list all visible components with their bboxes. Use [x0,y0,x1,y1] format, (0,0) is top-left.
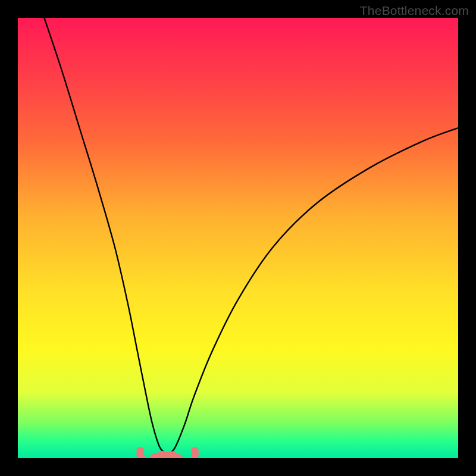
svg-point-9 [163,456,173,458]
svg-point-18 [165,452,175,458]
svg-point-6 [152,455,162,459]
svg-point-13 [157,451,167,458]
chart-plot-area [18,18,458,458]
trough-dots [136,447,199,458]
svg-point-3 [191,447,199,455]
svg-point-12 [173,454,183,458]
svg-point-16 [161,452,171,458]
svg-point-17 [163,452,173,458]
svg-point-0 [138,454,146,458]
svg-point-15 [160,452,170,458]
svg-point-10 [167,456,177,459]
svg-point-19 [166,452,176,458]
svg-point-11 [170,455,180,458]
svg-point-4 [191,450,199,458]
svg-point-7 [155,455,165,458]
bottleneck-curve-path [44,18,458,454]
svg-point-14 [158,452,168,458]
svg-point-5 [150,453,160,458]
svg-point-1 [136,450,144,458]
bottleneck-curve-svg [18,18,458,458]
svg-point-8 [159,456,169,458]
svg-point-2 [136,447,144,455]
svg-point-20 [167,451,177,458]
watermark-text: TheBottleneck.com [360,4,469,18]
